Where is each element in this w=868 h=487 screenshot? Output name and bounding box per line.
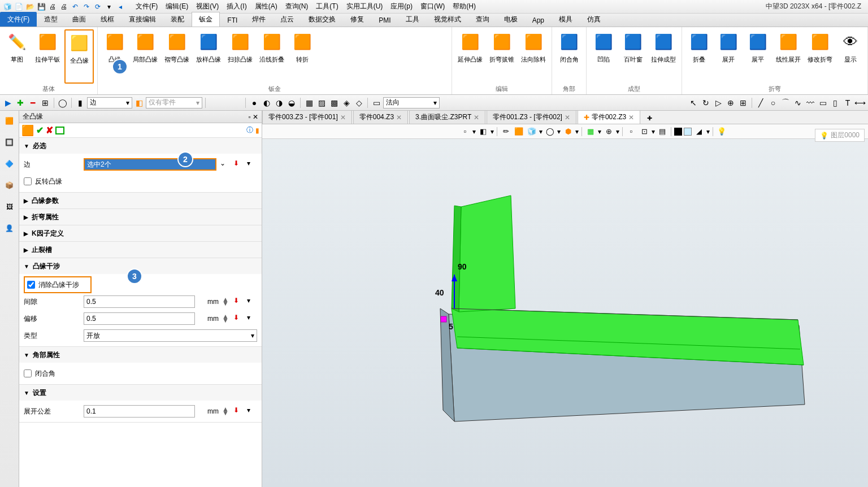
ribbon-tab-sim[interactable]: 仿真 (580, 12, 608, 27)
dim-5[interactable]: 5 (449, 322, 453, 331)
vt-icon[interactable]: ⬢ (562, 126, 574, 137)
save-icon[interactable]: 💾 (36, 2, 46, 12)
vt-icon[interactable]: ⊡ (639, 126, 650, 137)
remove-interference-checkbox[interactable] (27, 281, 35, 289)
sweep-flange-button[interactable]: 🟧扫掠凸缘 (225, 29, 255, 84)
arc-icon[interactable]: ⌒ (780, 97, 791, 108)
asm-icon[interactable]: 🔷 (3, 157, 16, 171)
vt-icon[interactable]: ◯ (544, 126, 555, 137)
doc-tab[interactable]: 零件003.Z3 - [零件001]✕ (262, 111, 352, 124)
extrude-flat-button[interactable]: 🟧拉伸平钣 (33, 29, 62, 84)
unfold-button[interactable]: 🟦展开 (715, 29, 742, 84)
vt-icon[interactable]: ✏ (500, 126, 511, 137)
redo2-icon[interactable]: ↻ (700, 97, 711, 108)
extend-flange-button[interactable]: 🟧延伸凸缘 (455, 29, 485, 84)
spin-down-icon[interactable]: ▼ (222, 302, 230, 306)
close-icon[interactable]: ✕ (628, 114, 634, 121)
grid-add-icon[interactable]: ⊞ (40, 97, 51, 108)
doc-tab-active[interactable]: ✚零件002.Z3✕ (578, 111, 640, 124)
edge-input[interactable] (84, 158, 216, 171)
vt-icon[interactable]: ▤ (657, 126, 668, 137)
menu-query[interactable]: 查询(N) (282, 1, 312, 12)
ribbon-tab-pmi[interactable]: PMI (371, 14, 398, 27)
doc-tab[interactable]: 3.曲面吸尘.Z3PRT✕ (409, 111, 485, 124)
box-icon[interactable]: ◧ (133, 97, 145, 108)
section-relief[interactable]: ▶止裂槽 (19, 242, 262, 258)
snap8-icon[interactable]: ◈ (341, 97, 352, 108)
dropdown-icon[interactable]: ▾ (104, 2, 114, 12)
circle2-icon[interactable]: ○ (767, 97, 779, 108)
type-select[interactable]: 开放▾ (84, 329, 257, 342)
partial-flange-button[interactable]: 🟧局部凸缘 (131, 29, 160, 84)
bend-taper-button[interactable]: 🟧折弯拔锥 (487, 29, 517, 84)
vt-icon[interactable]: ▫ (459, 126, 471, 137)
show-button[interactable]: 👁显示 (837, 29, 864, 84)
print-batch-icon[interactable]: 🖨 (59, 2, 69, 12)
cursor-icon[interactable]: ↖ (688, 97, 699, 108)
punch-button[interactable]: 🟦拉伸成型 (649, 29, 678, 84)
vt-icon[interactable]: ▦ (585, 126, 596, 137)
grid2-icon[interactable]: ⊞ (737, 97, 749, 108)
menu-file[interactable]: 文件(F) (132, 1, 161, 12)
back-icon[interactable]: ◂ (115, 2, 125, 12)
circle-icon[interactable]: ◯ (57, 97, 68, 108)
refresh-icon[interactable]: ⟳ (93, 2, 103, 12)
chevron-down-icon[interactable]: ⌄ (220, 159, 230, 169)
closed-corner-checkbox[interactable] (24, 369, 32, 377)
ribbon-tab-query[interactable]: 查询 (468, 12, 497, 27)
vt-icon[interactable]: ▫ (626, 126, 637, 137)
ribbon-tab-shape[interactable]: 造型 (37, 12, 65, 27)
snap9-icon[interactable]: ◇ (353, 97, 364, 108)
ribbon-tab-repair[interactable]: 修复 (343, 12, 371, 27)
ribbon-tab-visual[interactable]: 视觉样式 (427, 12, 468, 27)
section-kfactor[interactable]: ▶K因子定义 (19, 225, 262, 241)
remove-icon[interactable]: ━ (27, 97, 38, 108)
snap5-icon[interactable]: ▦ (303, 97, 315, 108)
vt-icon[interactable]: 🟧 (513, 126, 524, 137)
snap2-icon[interactable]: ◐ (261, 97, 272, 108)
line-icon[interactable]: ╱ (755, 97, 766, 108)
ribbon-tab-pointcloud[interactable]: 点云 (273, 12, 301, 27)
tolerance-input[interactable] (84, 405, 195, 418)
vt-icon[interactable] (684, 128, 692, 136)
menu-help[interactable]: 帮助(H) (449, 1, 479, 12)
ribbon-tab-app[interactable]: App (525, 14, 552, 27)
dim-40[interactable]: 40 (435, 288, 444, 297)
linear-unfold-button[interactable]: 🟧线性展开 (774, 29, 803, 84)
fold-button[interactable]: 🟦折叠 (685, 29, 713, 84)
close-icon[interactable]: ✕ (396, 114, 402, 121)
play-icon[interactable]: ▷ (713, 97, 724, 108)
gap-input[interactable] (84, 295, 195, 308)
bar-icon[interactable]: ▮ (75, 97, 86, 108)
ribbon-tab-assembly[interactable]: 装配 (163, 12, 192, 27)
menu-window[interactable]: 窗口(W) (417, 1, 448, 12)
close-icon[interactable]: ✕ (340, 114, 346, 121)
vt-icon[interactable] (674, 128, 682, 136)
dim-icon[interactable]: ⟷ (854, 97, 866, 108)
section-required-head[interactable]: ▼必选 (19, 138, 262, 154)
menu-util[interactable]: 实用工具(U) (343, 1, 387, 12)
tree-icon[interactable]: 🔲 (3, 136, 16, 149)
rect2-icon[interactable]: ▯ (830, 97, 841, 108)
app-icon[interactable]: 🧊 (2, 2, 12, 12)
more-icon[interactable]: ▾ (247, 159, 257, 169)
hem-button[interactable]: 🟧褶弯凸缘 (162, 29, 192, 84)
ribbon-tab-wire[interactable]: 线框 (93, 12, 121, 27)
reverse-checkbox[interactable] (24, 177, 32, 185)
ok-button[interactable]: ✔ (36, 125, 44, 136)
ribbon-tab-exchange[interactable]: 数据交换 (301, 12, 343, 27)
menu-insert[interactable]: 插入(I) (223, 1, 250, 12)
snap3-icon[interactable]: ◑ (274, 97, 285, 108)
pick2-icon[interactable]: ⬇ (233, 297, 244, 307)
pick4-icon[interactable]: ⬇ (233, 406, 244, 416)
dim-90[interactable]: 90 (458, 262, 467, 271)
modify-bend-button[interactable]: 🟧修改折弯 (805, 29, 835, 84)
loft-flange-button[interactable]: 🟦放样凸缘 (194, 29, 223, 84)
normal-cut-button[interactable]: 🟧法向除料 (519, 29, 548, 84)
help-icon[interactable]: ▮ (255, 127, 259, 134)
image-icon[interactable]: 🖼 (3, 200, 16, 214)
ribbon-tab-direct[interactable]: 直接编辑 (121, 12, 163, 27)
wave-icon[interactable]: 〰 (805, 97, 816, 108)
close-icon[interactable]: ✕ (474, 114, 479, 121)
snap7-icon[interactable]: ▩ (328, 97, 340, 108)
